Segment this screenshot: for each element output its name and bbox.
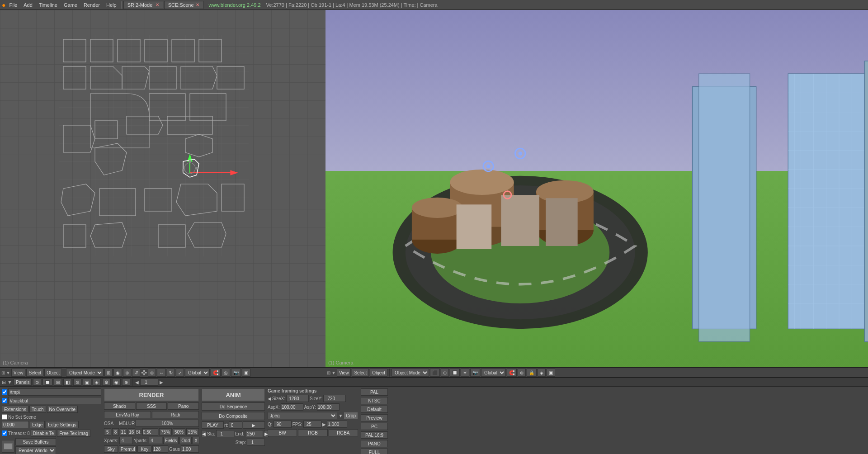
p50-btn[interactable]: 50%	[173, 428, 185, 435]
disable-te-btn[interactable]: Disable Te	[31, 430, 57, 437]
left-object-menu[interactable]: Object	[44, 369, 62, 377]
premul-btn[interactable]: Premul	[119, 445, 137, 453]
menu-item-timeline[interactable]: Timeline	[36, 1, 60, 9]
left-toolbar-btn4[interactable]: ↺	[132, 369, 140, 377]
right-wire-btn[interactable]: ⊙	[441, 369, 449, 377]
panel-icon-btn4[interactable]: ◧	[63, 378, 72, 386]
p25-btn[interactable]: 25%	[186, 428, 199, 435]
crop-btn[interactable]: Crop	[344, 412, 358, 419]
touch-btn[interactable]: Touch	[29, 406, 46, 413]
osa-16-btn[interactable]: 16	[128, 428, 135, 435]
xparts-input[interactable]	[119, 437, 133, 444]
sta-input[interactable]	[216, 430, 234, 437]
sss-btn[interactable]: SSS	[136, 402, 167, 410]
right-snap2-btn[interactable]: 🧲	[507, 369, 517, 377]
gaus-input[interactable]	[181, 445, 199, 453]
left-pivot-dropdown[interactable]: Global	[185, 369, 210, 377]
menu-item-add[interactable]: Add	[21, 1, 35, 9]
anim-btn[interactable]: ANIM	[202, 388, 265, 401]
pal-169-btn[interactable]: PAL 16:9	[361, 431, 388, 439]
rgb-btn[interactable]: RGB	[298, 429, 327, 436]
aspy-input[interactable]	[317, 403, 340, 411]
no-overwrite-btn[interactable]: No Overwrite	[47, 406, 78, 413]
right-extra-btn[interactable]: ◈	[538, 369, 546, 377]
panel-icon-btn9[interactable]: ◉	[112, 378, 121, 386]
rt-input[interactable]	[229, 421, 242, 429]
right-select-menu[interactable]: Select	[352, 369, 369, 377]
panel-icon-btn7[interactable]: ◈	[93, 378, 101, 386]
left-toolbar-btn1[interactable]: ⊞	[104, 369, 113, 377]
menu-item-game[interactable]: Game	[61, 1, 80, 9]
key-btn[interactable]: Key	[137, 445, 151, 453]
left-viewport-main[interactable]: (1) Camera	[0, 10, 326, 367]
dither-input[interactable]	[2, 421, 29, 428]
right-object-mode-dropdown[interactable]: Object Mode	[392, 369, 429, 377]
odd-btn[interactable]: Odd	[179, 437, 192, 444]
x-btn[interactable]: X	[193, 437, 199, 444]
pano-preset-btn[interactable]: PANO	[361, 440, 388, 447]
osa-5-btn[interactable]: 5	[104, 428, 111, 435]
osa-11-btn[interactable]: 11	[120, 428, 127, 435]
edge-btn[interactable]: Edge	[30, 421, 45, 428]
panels-btn[interactable]: Panels	[14, 378, 32, 386]
left-rotate-btn[interactable]: ↻	[167, 369, 175, 377]
right-viewport-main[interactable]: Z X (1) Camera	[326, 10, 868, 367]
free-tex-btn[interactable]: Free Tex Imag	[57, 430, 90, 437]
pal-btn[interactable]: PAL	[361, 388, 388, 396]
path2-input[interactable]: //backbuf	[8, 397, 101, 404]
path2-checkbox[interactable]	[2, 398, 7, 403]
panel-icon-btn8[interactable]: ⚙	[102, 378, 111, 386]
left-view-menu[interactable]: View	[11, 369, 26, 377]
q-input[interactable]	[274, 421, 292, 428]
bf-input[interactable]	[142, 428, 158, 435]
format-select[interactable]: Jpeg PNG BMP	[268, 412, 337, 419]
fps-input[interactable]	[303, 421, 321, 428]
fps-scroll-right[interactable]: ▶	[322, 422, 326, 427]
left-cursor-btn[interactable]: ⊕	[148, 369, 156, 377]
right-object-menu[interactable]: Object	[370, 369, 387, 377]
panel-icon-btn6[interactable]: ▣	[83, 378, 91, 386]
sta-scroll-left[interactable]: ◀	[202, 430, 206, 437]
full-btn[interactable]: FULL	[361, 449, 388, 454]
menu-item-help[interactable]: Help	[104, 1, 119, 9]
window-tab-scene[interactable]: SCE:Scene ✕	[164, 1, 203, 9]
left-toolbar-btn2[interactable]: ◉	[113, 369, 122, 377]
menu-item-file[interactable]: File	[6, 1, 20, 9]
pc-btn[interactable]: PC	[361, 423, 388, 430]
left-render-icon-btn[interactable]: ▣	[242, 369, 250, 377]
osa-8-btn[interactable]: 8	[112, 428, 119, 435]
left-object-mode-dropdown[interactable]: Object Mode	[66, 369, 104, 377]
save-buffers-btn[interactable]: Save Buffers	[15, 438, 56, 445]
end-input[interactable]	[245, 430, 263, 437]
left-select-menu[interactable]: Select	[26, 369, 43, 377]
default-btn[interactable]: Default	[361, 406, 388, 413]
do-composite-btn[interactable]: Do Composite	[202, 412, 265, 420]
no-set-scene-checkbox[interactable]	[2, 414, 7, 420]
render-btn[interactable]: RENDER	[104, 388, 199, 401]
path1-input[interactable]: /tmp\	[8, 388, 101, 396]
right-prop2-btn[interactable]: ⊕	[518, 369, 526, 377]
edge-settings-btn[interactable]: Edge Settings	[46, 421, 78, 428]
right-lamp-btn[interactable]: ☀	[461, 369, 469, 377]
window-tab-model[interactable]: SR:2-Model ✕	[123, 1, 163, 9]
panel-icon-btn3[interactable]: ⊞	[54, 378, 62, 386]
left-move-btn[interactable]: ↔	[157, 369, 166, 377]
speed-input[interactable]	[327, 421, 347, 428]
key-val-input[interactable]	[152, 445, 168, 453]
yparts-input[interactable]	[149, 437, 162, 444]
bw-btn[interactable]: BW	[268, 429, 297, 436]
threads-checkbox[interactable]	[2, 430, 7, 436]
left-toolbar-btn3[interactable]: ⊕	[123, 369, 131, 377]
sky-btn[interactable]: Sky	[104, 445, 118, 453]
p75-btn[interactable]: 75%	[159, 428, 172, 435]
right-view-menu[interactable]: View	[337, 369, 351, 377]
path1-checkbox[interactable]	[2, 389, 7, 395]
left-proportional-btn[interactable]: ◎	[222, 369, 230, 377]
window-tab-model-close[interactable]: ✕	[156, 2, 159, 7]
sizex-scroll-left[interactable]: ◀	[268, 396, 271, 401]
pano-btn[interactable]: Pano	[168, 402, 199, 410]
shado-btn[interactable]: Shado	[104, 402, 135, 410]
radi-btn[interactable]: Radi	[152, 411, 199, 418]
extensions-btn[interactable]: Extensions	[2, 406, 28, 413]
envma-ray-btn[interactable]: EnvMa Ray	[104, 411, 151, 418]
